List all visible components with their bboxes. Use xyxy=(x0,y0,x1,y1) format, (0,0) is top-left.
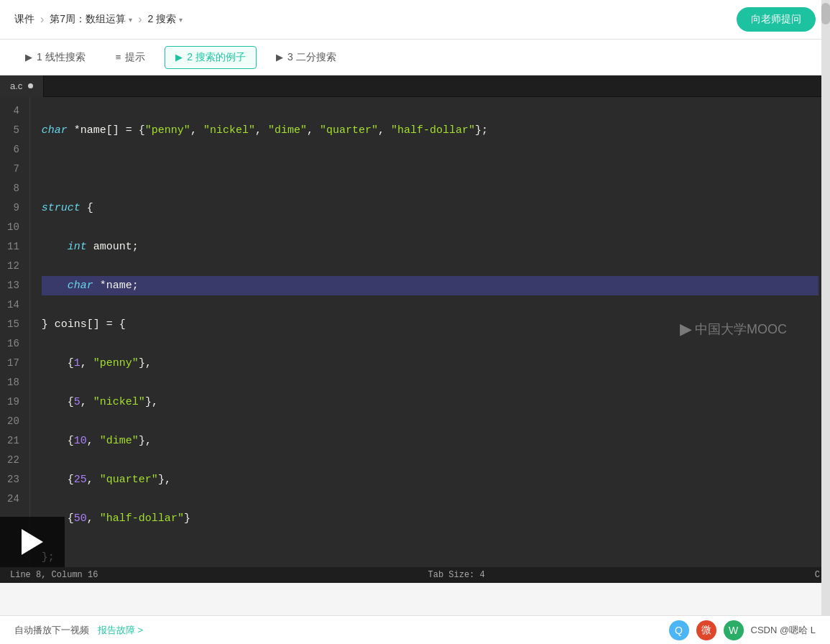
ask-teacher-button[interactable]: 向老师提问 xyxy=(737,7,816,32)
user-info: CSDN @嗯哈 L xyxy=(751,624,816,637)
tab-binary-label: 3 二分搜索 xyxy=(287,51,336,64)
chevron-down-icon: ▾ xyxy=(129,16,132,24)
top-nav: 课件 › 第7周：数组运算 ▾ › 2 搜索 ▾ 向老师提问 xyxy=(0,0,830,40)
code-area: 4 5 6 7 8 9 10 11 12 13 14 15 16 17 18 1… xyxy=(0,97,830,567)
bottom-bar: 自动播放下一视频 报告故障 > Q 微 W CSDN @嗯哈 L xyxy=(0,615,830,644)
code-editor: a.c 4 5 6 7 8 9 10 11 12 13 14 15 16 17 … xyxy=(0,75,830,583)
weibo-icon[interactable]: 微 xyxy=(696,620,716,640)
status-bar: Line 8, Column 16 Tab Size: 4 C xyxy=(0,567,830,583)
line-numbers: 4 5 6 7 8 9 10 11 12 13 14 15 16 17 18 1… xyxy=(0,97,30,567)
week-label: 第7周：数组运算 xyxy=(50,13,126,26)
auto-play-label: 自动播放下一视频 xyxy=(14,624,89,637)
tab-hint[interactable]: ≡ 提示 xyxy=(105,46,157,69)
tab-bar: ▶ 1 线性搜索 ≡ 提示 ▶ 2 搜索的例子 ▶ 3 二分搜索 xyxy=(0,40,830,75)
qq-icon[interactable]: Q xyxy=(669,620,689,640)
breadcrumb: 课件 › 第7周：数组运算 ▾ › 2 搜索 ▾ xyxy=(14,13,183,26)
topic-label: 2 搜索 xyxy=(147,13,176,26)
bottom-right: Q 微 W CSDN @嗯哈 L xyxy=(669,620,816,640)
report-link[interactable]: 报告故障 > xyxy=(98,624,143,637)
play-icon2: ▶ xyxy=(175,52,183,63)
play-icon: ▶ xyxy=(25,52,32,63)
tab-size: Tab Size: 4 xyxy=(428,570,485,580)
topic-dropdown[interactable]: 2 搜索 ▾ xyxy=(147,13,183,26)
scrollbar-track[interactable] xyxy=(821,0,830,615)
tab-binary[interactable]: ▶ 3 二分搜索 xyxy=(265,46,347,69)
modified-dot xyxy=(28,83,33,88)
tab-linear-label: 1 线性搜索 xyxy=(37,51,86,64)
file-tab-ac[interactable]: a.c xyxy=(0,75,44,97)
play-triangle-icon xyxy=(22,529,43,555)
file-name: a.c xyxy=(10,80,22,91)
sep2: › xyxy=(138,13,142,26)
tab-hint-label: 提示 xyxy=(125,51,145,64)
tab-linear[interactable]: ▶ 1 线性搜索 xyxy=(14,46,96,69)
bottom-left: 自动播放下一视频 报告故障 > xyxy=(14,624,143,637)
wechat-icon[interactable]: W xyxy=(724,620,744,640)
course-label: 课件 xyxy=(14,13,34,26)
file-tab-bar: a.c xyxy=(0,75,830,97)
language-mode: C xyxy=(815,570,820,580)
tab-example-label: 2 搜索的例子 xyxy=(187,51,246,64)
sep1: › xyxy=(40,13,44,26)
week-dropdown[interactable]: 第7周：数组运算 ▾ xyxy=(50,13,132,26)
scrollbar-thumb[interactable] xyxy=(821,3,830,24)
play-icon3: ▶ xyxy=(276,52,283,63)
tab-example[interactable]: ▶ 2 搜索的例子 xyxy=(165,46,257,69)
video-play-button[interactable] xyxy=(0,517,65,567)
doc-icon: ≡ xyxy=(116,52,121,63)
chevron-down-icon2: ▾ xyxy=(179,16,183,24)
cursor-position: Line 8, Column 16 xyxy=(10,570,98,580)
code-content[interactable]: char *name[] = {"penny", "nickel", "dime… xyxy=(30,97,830,567)
